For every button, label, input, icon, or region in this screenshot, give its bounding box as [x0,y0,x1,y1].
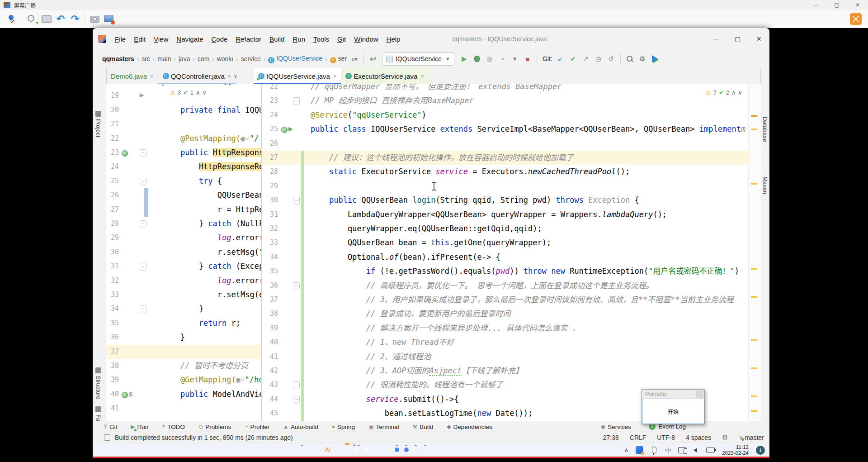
spring-bean-icon[interactable] [122,150,128,157]
maximize-icon[interactable]: ▢ [727,28,748,50]
tool-button-todo[interactable]: ≡TODO [162,424,185,430]
fold-marker-icon[interactable]: – [140,305,146,313]
tab-list-chevron-icon[interactable]: ∨ [229,68,242,84]
tool-button-profiler[interactable]: ◔Profiler [245,424,269,430]
tool-button-run[interactable]: ▶Run [131,424,148,430]
fold-marker-icon[interactable]: – [293,396,300,404]
prev-issue-icon[interactable]: ∧ [196,89,200,96]
prev-issue-icon[interactable]: ∧ [731,89,736,96]
close-icon[interactable]: ✕ [847,0,868,10]
breadcrumb-item-woniu[interactable]: woniu [216,54,235,63]
fold-run-marker-icon[interactable]: ▶ [140,92,144,98]
breadcrumb-item-java[interactable]: java [177,54,192,63]
inspection-widget-right[interactable]: ⚠7 ✔2 ∧ ∨ [704,88,744,97]
spring-bean-icon[interactable] [281,127,288,133]
redo-icon[interactable]: ↷ [69,13,81,25]
camera-icon[interactable] [89,13,100,25]
breadcrumb-item-main[interactable]: main [156,54,172,63]
git-update-icon[interactable]: ↙ [555,53,566,64]
undo-icon[interactable]: ↶ [55,13,66,25]
pointofix-start-button[interactable]: 开始 [668,408,679,415]
tool-button-dependencies[interactable]: ◆Dependencies [447,424,492,430]
fold-marker-icon[interactable]: – [140,263,146,271]
battery-icon[interactable] [706,448,715,452]
settings-gear-icon[interactable]: ⚙ [722,433,728,442]
tool-button-services[interactable]: ◉Services [601,424,631,430]
tool-button-problems[interactable]: ⊖Problems [198,424,231,430]
menu-git[interactable]: Git [333,33,350,45]
fold-marker-icon[interactable]: – [140,149,146,157]
menu-build[interactable]: Build [265,33,288,45]
menu-navigate[interactable]: Navigate [172,33,207,45]
chevron-up-icon[interactable]: ∧ [624,447,629,453]
tool-button-auto-build[interactable]: ▲Auto-build [283,424,318,430]
menu-view[interactable]: View [150,33,172,45]
plugin-icon[interactable] [650,53,660,64]
speaker-icon[interactable] [693,448,697,452]
cast-screen-icon[interactable] [678,447,686,453]
microphone-icon[interactable] [652,447,656,453]
dropdown-arrow-icon[interactable]: ▾ [509,53,520,64]
menu-refactor[interactable]: Refactor [231,33,265,45]
minimize-icon[interactable]: ─ [806,0,826,10]
editor-pane-qqcontroller[interactable]: 18public class QQContr19▶20 private fina… [106,84,261,421]
minimize-icon[interactable]: ─ [706,28,727,50]
history-icon[interactable]: ◷ [593,53,604,64]
tool-button-git[interactable]: YGit [104,424,117,430]
fold-marker-icon[interactable] [293,381,300,389]
close-icon[interactable]: × [333,73,337,80]
screen-share-icon[interactable] [103,13,115,25]
settings-gear-icon[interactable]: ⚙ [637,53,648,64]
rollback-icon[interactable]: ↺ [606,53,617,64]
fold-marker-icon[interactable]: – [140,178,146,186]
editor-pane-iqquserservice[interactable]: 22// qqUserMapper 显然不写， 但是要注册！ extends B… [262,84,748,421]
maximize-icon[interactable]: ▢ [826,0,847,10]
next-issue-icon[interactable]: ∨ [203,89,207,96]
menu-help[interactable]: Help [382,33,405,45]
next-issue-icon[interactable]: ∨ [738,89,743,96]
breadcrumb-item-iqquserservice[interactable]: CIQQUserService [267,54,324,64]
run-configuration-select[interactable]: IQQUserService ▼ [382,52,454,66]
git-push-icon[interactable]: ↗ [580,53,591,64]
security-shield-icon[interactable] [636,446,643,454]
undo-commit-icon[interactable]: ↩ [368,53,378,64]
breadcrumb-item-service[interactable]: service [240,54,262,63]
close-icon[interactable]: × [150,73,154,80]
tool-button-terminal[interactable]: ▣Terminal [368,424,399,430]
close-icon[interactable]: ✕ [748,28,769,50]
breadcrumb-item-src[interactable]: src [140,54,151,63]
user-icon[interactable]: ¤▾ [349,53,360,64]
fold-marker-icon[interactable]: – [293,197,300,205]
pointofix-menu-box[interactable] [696,391,703,398]
breadcrumb-item-com[interactable]: com [196,54,211,63]
spring-bean-icon[interactable] [122,392,128,398]
taskbar-clock[interactable]: 11:12 2023-02-24 [722,444,749,456]
git-commit-icon[interactable]: ✔ [568,53,579,64]
stripe-project[interactable]: Project [95,111,102,137]
tab-qqcontroller[interactable]: CQQController.java× [158,68,236,84]
menu-code[interactable]: Code [208,33,232,45]
tab-demo6[interactable]: Demo6.java× [106,68,158,84]
caret-position[interactable]: 27:38 [603,434,619,441]
run-method-icon[interactable]: ▶ [288,125,293,132]
stripe-maven[interactable]: Maven [762,176,769,194]
line-separator[interactable]: CRLF [630,434,646,441]
fold-marker-icon[interactable]: – [140,220,146,228]
stop-icon[interactable]: ■ [522,53,533,64]
fold-marker-icon[interactable] [293,97,300,105]
tab-executorservice[interactable]: IExecutorService.java× [341,68,429,84]
monitor-icon[interactable] [40,13,52,25]
tool-window-toggle-icon[interactable] [104,434,110,441]
profiler-icon[interactable]: ◔ [497,53,508,64]
menu-tools[interactable]: Tools [309,33,333,45]
breadcrumb-item-ser[interactable]: fser [329,54,348,64]
breadcrumb-item-qqmasters[interactable]: qqmasters [101,54,136,63]
indent-setting[interactable]: 4 spaces [686,434,711,441]
pin-icon[interactable] [6,13,18,25]
menu-run[interactable]: Run [288,33,309,45]
coverage-icon[interactable]: ◎ [484,53,495,64]
fullscreen-icon[interactable] [850,13,862,25]
git-branch-widget[interactable]: Y master [739,434,764,441]
search-icon[interactable] [624,53,635,64]
tab-iqquserservice[interactable]: CIQQUserService.java▶× [254,68,341,84]
